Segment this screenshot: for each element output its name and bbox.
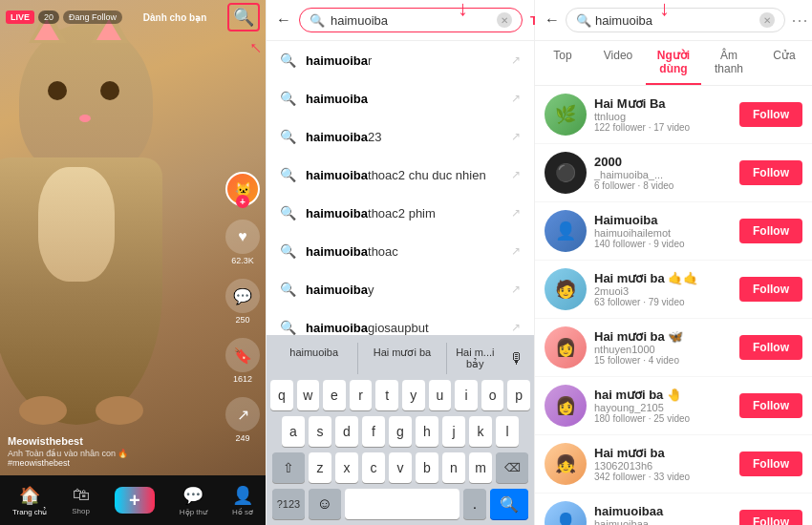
kb-suggest-1[interactable]: Hai mươi ba [358,343,446,374]
bookmark-action[interactable]: 🔖 1612 [225,338,260,384]
key-123[interactable]: ?123 [272,489,305,519]
user-list-item: 👩 hai mươi ba 🤚 hayoung_2105 180 followe… [535,377,812,435]
user-avatar: 👧 [545,443,587,485]
results-search-input[interactable] [595,13,756,28]
follow-button[interactable]: Follow [739,160,802,185]
user-list-item: 🧑 Hai mươi ba 🤙🤙 2muoi3 63 follower · 79… [535,261,812,319]
follow-button[interactable]: Follow [739,277,802,302]
backspace-key[interactable]: ⌫ [496,452,528,483]
keyboard-rows: q w e r t y u i o p a s d f g h j k l [270,380,530,519]
results-tabs: Top Video Người dùng Âm thanh Cửa [535,41,812,86]
user-handle: _haimuoiba_... [594,169,732,180]
share-icon: ↗ [225,397,260,431]
key-z[interactable]: z [309,452,331,483]
tab-sound[interactable]: Âm thanh [701,41,757,85]
follow-button[interactable]: Follow [739,393,802,418]
key-s[interactable]: s [309,416,331,447]
like-action[interactable]: ♥ 62.3K [225,220,260,265]
tab-store[interactable]: Cửa [757,41,812,85]
avatar-action[interactable]: 🐱 + [225,172,260,206]
key-x[interactable]: x [335,452,358,483]
search-suggest-icon: 🔍 [280,129,296,144]
search-suggestions-list: 🔍 haimuoibar ↗ 🔍 haimuoiba ↗ 🔍 haimuoiba… [267,41,534,335]
nav-inbox[interactable]: 💬 Hộp thư [180,485,207,516]
key-j[interactable]: j [442,416,465,447]
kb-suggest-2[interactable]: Hai m...i bảy [447,343,503,374]
search-icon[interactable]: 🔍 [227,3,260,32]
key-r[interactable]: r [350,380,373,410]
live-panel: LIVE 20 Đang Follow Dành cho bạn 🔍 ↑ 🐱 +… [0,0,266,525]
key-w[interactable]: w [297,380,320,410]
search-suggest-icon: 🔍 [280,320,296,335]
key-h[interactable]: h [416,416,438,447]
suggestion-item[interactable]: 🔍 haimuoibar ↗ [267,41,534,79]
key-o[interactable]: o [481,380,504,410]
nav-profile[interactable]: 👤 Hồ sơ [232,485,253,516]
follow-button[interactable]: Follow [739,102,802,127]
key-n[interactable]: n [442,452,465,483]
nav-create[interactable]: + [115,487,155,514]
results-clear-button[interactable]: ✕ [759,12,775,28]
keyboard-suggestions: haimuoiba Hai mươi ba Hai m...i bảy 🎙 [270,341,530,376]
search-suggest-icon: 🔍 [280,52,296,68]
create-button[interactable]: + [115,487,155,514]
follow-button[interactable]: Follow [739,452,802,476]
key-i[interactable]: i [455,380,478,410]
key-e[interactable]: e [323,380,346,410]
shift-key[interactable]: ⇧ [272,452,305,483]
key-c[interactable]: c [362,452,385,483]
back-button[interactable]: ← [276,11,291,29]
key-k[interactable]: k [469,416,492,447]
key-p[interactable]: p [507,380,530,410]
key-l[interactable]: l [496,416,519,447]
user-list-item: ⚫ 2000 _haimuoiba_... 6 follower · 8 vid… [535,144,812,202]
emoji-key[interactable]: ☺ [309,489,341,519]
follow-button[interactable]: Follow [739,219,802,243]
microphone-icon[interactable]: 🎙 [503,346,530,371]
key-t[interactable]: t [375,380,398,410]
more-options-button[interactable]: ⋯ [791,10,808,31]
suggestion-item[interactable]: 🔍 haimuoibagiosaupbut ↗ [267,308,534,335]
tab-video[interactable]: Video [590,41,646,85]
follow-button[interactable]: Follow [739,510,802,525]
shop-icon: 🛍 [73,485,90,505]
key-f[interactable]: f [362,416,385,447]
key-u[interactable]: u [429,380,452,410]
kb-suggest-0[interactable]: haimuoiba [270,343,358,374]
tab-users[interactable]: Người dùng [646,41,701,85]
nav-shop[interactable]: 🛍 Shop [72,485,90,515]
user-list-item: 👩 Hai mươi ba 🦋 nthuyen1000 15 follower … [535,319,812,377]
like-count: 62.3K [231,256,254,265]
danh-cho-ban-label: Dành cho bạn [126,12,224,23]
tab-top[interactable]: Top [535,41,590,85]
share-action[interactable]: ↗ 249 [225,397,260,443]
user-stats: 180 follower · 25 video [594,413,732,424]
key-d[interactable]: d [335,416,358,447]
keyboard-search-button[interactable]: 🔍 [490,489,528,519]
key-q[interactable]: q [270,380,293,410]
suggestion-item[interactable]: 🔍 haimuoiba23 ↗ [267,117,534,156]
comment-action[interactable]: 💬 250 [225,279,260,325]
period-key[interactable]: . [463,489,486,519]
suggestion-item[interactable]: 🔍 haimuoibathoac ↗ [267,232,534,270]
key-v[interactable]: v [389,452,412,483]
profile-icon: 👤 [232,485,253,506]
key-b[interactable]: b [416,452,438,483]
suggestion-text: haimuoibathoac [306,244,502,259]
key-g[interactable]: g [389,416,412,447]
key-m[interactable]: m [469,452,492,483]
suggestion-item[interactable]: 🔍 haimuoibathoac2 chu duc nhien ↗ [267,156,534,194]
suggestion-item[interactable]: 🔍 haimuoibay ↗ [267,270,534,308]
space-key[interactable] [345,489,459,519]
suggestion-text: haimuoibar [306,53,502,68]
suggestion-item[interactable]: 🔍 haimuoiba ↗ [267,79,534,117]
results-search-box: 🔍 ✕ [566,8,785,32]
key-y[interactable]: y [402,380,425,410]
key-a[interactable]: a [282,416,305,447]
virtual-keyboard[interactable]: haimuoiba Hai mươi ba Hai m...i bảy 🎙 q … [267,335,534,525]
follow-button[interactable]: Follow [739,335,802,360]
results-back-button[interactable]: ← [545,11,560,29]
clear-button[interactable]: ✕ [497,12,512,28]
suggestion-item[interactable]: 🔍 haimuoibathoac2 phim ↗ [267,194,534,232]
nav-home[interactable]: 🏠 Trang chủ [12,485,47,516]
